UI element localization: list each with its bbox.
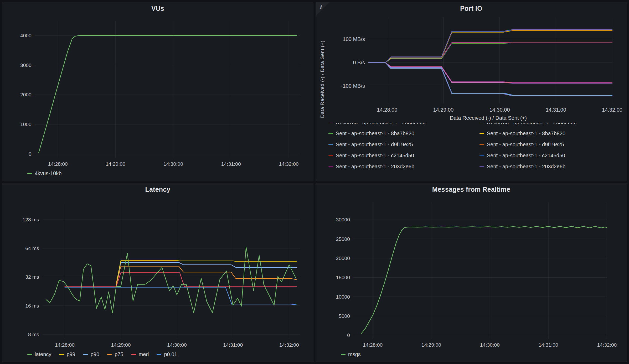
legend-swatch [328,123,333,123]
legend-item-p0.01[interactable]: p0.01 [157,351,177,357]
x-tick-label: 14:30:00 [480,342,500,348]
x-tick-label: 14:31:00 [546,107,566,113]
vus-legend: 4kvus-10kb [2,169,313,181]
port-io-chart-plot[interactable]: 14:28:0014:29:0014:30:0014:31:0014:32:00… [316,14,627,115]
legend-item-4kvus-10kb[interactable]: 4kvus-10kb [27,170,61,176]
y-tick-label: 2000 [20,92,32,97]
chart-svg: 14:28:0014:29:0014:30:0014:31:0014:32:00… [2,14,313,169]
legend-swatch [27,173,32,174]
x-tick-label: 14:31:00 [223,342,243,348]
chart-svg: 14:28:0014:29:0014:30:0014:31:0014:32:00… [316,195,627,350]
legend-swatch [480,155,484,156]
panel-vus: VUs 14:28:0014:29:0014:30:0014:31:0014:3… [2,2,313,181]
panel-info-corner[interactable] [316,2,329,16]
legend-item-p75[interactable]: p75 [107,351,123,357]
x-tick-label: 14:28:00 [377,107,397,113]
x-tick-label: 14:28:00 [55,342,75,348]
y-tick-label: 16 ms [25,303,39,309]
legend-swatch [480,123,484,123]
legend-label: latency [35,351,51,357]
legend-item-received-ap-southeast-1-203d2e6b[interactable]: Received - ap-southeast-1 - 203d2e6b [328,123,480,126]
vus-chart-plot[interactable]: 14:28:0014:29:0014:30:0014:31:0014:32:00… [2,14,313,169]
legend-item-latency[interactable]: latency [27,351,51,357]
y-tick-label: -100 MB/s [341,83,365,89]
panel-title-vus: VUs [2,2,313,14]
port-io-legend-grid: Received - ap-southeast-1 - 203d2e6bRece… [328,123,624,170]
series-line [368,30,612,63]
panel-messages: Messages from Realtime 14:28:0014:29:001… [316,183,627,362]
series-line [65,273,297,287]
legend-label: Sent - ap-southeast-1 - 203d2e6b [336,164,414,170]
latency-legend: latencyp99p90p75medp0.01 [2,350,313,362]
series-line [368,43,612,63]
legend-swatch [59,354,64,355]
legend-item-msgs[interactable]: msgs [341,351,361,357]
legend-swatch [131,354,136,355]
legend-item-sent-ap-southeast-1-203d2e6b[interactable]: Sent - ap-southeast-1 - 203d2e6b [328,164,480,170]
y-tick-label: 128 ms [23,217,39,222]
x-tick-label: 14:29:00 [106,161,125,167]
panel-port-io: i Port IO Data Received (-) / Data Sent … [316,2,627,181]
y-tick-label: 0 [347,332,350,338]
y-tick-label: 20000 [336,256,350,261]
legend-item-sent-ap-southeast-1-8ba7b820[interactable]: Sent - ap-southeast-1 - 8ba7b820 [328,131,480,137]
y-tick-label: 64 ms [25,246,39,251]
legend-label: Sent - ap-southeast-1 - d9f19e25 [336,142,413,148]
port-io-x-axis-label: Data Received (-) / Data Sent (+) [316,115,627,123]
y-tick-label: 10000 [336,294,350,300]
legend-item-p99[interactable]: p99 [59,351,75,357]
y-tick-label: 4000 [20,33,32,38]
legend-item-sent-ap-southeast-1-d9f19e25[interactable]: Sent - ap-southeast-1 - d9f19e25 [328,142,480,148]
legend-swatch [328,166,333,167]
legend-label: msgs [348,351,361,357]
x-tick-label: 14:32:00 [279,161,298,167]
legend-item-sent-ap-southeast-1-d9f19e25[interactable]: Sent - ap-southeast-1 - d9f19e25 [480,142,624,148]
legend-item-sent-ap-southeast-1-8ba7b820[interactable]: Sent - ap-southeast-1 - 8ba7b820 [480,131,624,137]
info-icon[interactable]: i [319,4,322,10]
series-line [368,42,612,63]
chart-svg: 14:28:0014:29:0014:30:0014:31:0014:32:00… [316,14,627,115]
legend-label: 4kvus-10kb [35,170,61,176]
legend-swatch [328,144,333,145]
series-line [368,63,612,82]
x-tick-label: 14:29:00 [421,342,441,348]
legend-swatch [480,144,484,145]
x-tick-label: 14:28:00 [48,161,68,167]
x-tick-label: 14:28:00 [363,342,383,348]
x-tick-label: 14:32:00 [602,107,622,113]
series-line [65,287,297,305]
legend-label: p90 [91,351,99,357]
legend-swatch [83,354,88,355]
y-tick-label: 100 MB/s [343,36,365,42]
series-line [46,247,296,313]
legend-label: p75 [115,351,123,357]
legend-swatch [341,354,346,355]
legend-swatch [480,133,484,134]
messages-chart-plot[interactable]: 14:28:0014:29:0014:30:0014:31:0014:32:00… [316,195,627,350]
port-io-legend: Received - ap-southeast-1 - 203d2e6bRece… [316,123,627,181]
y-tick-label: 3000 [20,63,32,68]
legend-label: Sent - ap-southeast-1 - d9f19e25 [487,142,564,148]
y-tick-label: 1000 [20,122,32,127]
x-tick-label: 14:31:00 [539,342,558,348]
legend-label: p0.01 [164,351,177,357]
legend-item-med[interactable]: med [131,351,149,357]
x-tick-label: 14:29:00 [111,342,131,348]
y-tick-label: 25000 [336,236,350,242]
legend-swatch [328,155,333,156]
y-tick-label: 32 ms [25,274,39,280]
legend-swatch [27,354,32,355]
legend-item-sent-ap-southeast-1-c2145d50[interactable]: Sent - ap-southeast-1 - c2145d50 [480,153,624,159]
y-tick-label: 8 ms [28,332,39,337]
legend-item-received-ap-southeast-1-203d2e6b[interactable]: Received - ap-southeast-1 - 203d2e6b [480,123,624,126]
latency-chart-plot[interactable]: 14:28:0014:29:0014:30:0014:31:0014:32:00… [2,195,313,350]
legend-item-p90[interactable]: p90 [83,351,99,357]
x-tick-label: 14:30:00 [489,107,510,113]
legend-swatch [480,166,484,167]
legend-item-sent-ap-southeast-1-203d2e6b[interactable]: Sent - ap-southeast-1 - 203d2e6b [480,164,624,170]
legend-item-sent-ap-southeast-1-c2145d50[interactable]: Sent - ap-southeast-1 - c2145d50 [328,153,480,159]
legend-swatch [328,133,333,134]
series-line [39,35,296,153]
legend-label: Received - ap-southeast-1 - 203d2e6b [336,123,425,126]
legend-swatch [157,354,161,355]
